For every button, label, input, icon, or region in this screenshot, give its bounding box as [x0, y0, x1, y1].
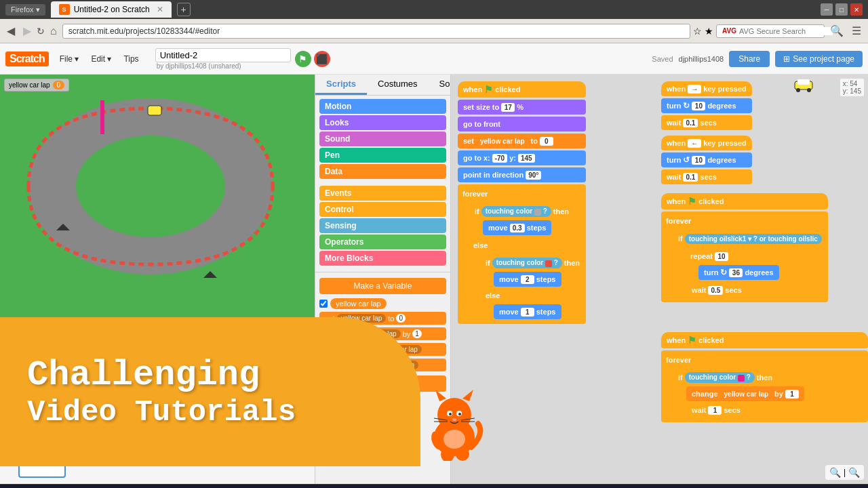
- scripts-canvas[interactable]: when ⚑ clicked set size to 17 % go to fr…: [451, 75, 868, 484]
- minimize-button[interactable]: ─: [821, 3, 833, 16]
- address-bar[interactable]: [62, 24, 690, 39]
- move-03-val[interactable]: 0.3: [510, 224, 525, 232]
- tab-close-icon[interactable]: ✕: [157, 5, 163, 14]
- category-pen[interactable]: Pen: [319, 148, 446, 163]
- set-var-block[interactable]: set yellow car lap to 0: [319, 312, 446, 325]
- key-right[interactable]: →: [688, 85, 701, 94]
- when-clicked-hat-3[interactable]: when ⚑ clicked: [661, 332, 868, 348]
- touching-color-1[interactable]: touching color ?: [481, 206, 551, 216]
- touching-pink[interactable]: touching color ?: [685, 372, 755, 382]
- search-input[interactable]: [739, 27, 833, 35]
- when-clicked-hat-1[interactable]: when ⚑ clicked: [458, 81, 586, 98]
- go-to-xy-block[interactable]: go to x: -70 y: 145: [458, 150, 586, 165]
- key-press-right-hat[interactable]: when → key pressed: [661, 81, 752, 96]
- key-press-left-hat[interactable]: when ← key pressed: [661, 136, 752, 150]
- category-control[interactable]: Control: [319, 202, 446, 217]
- wait-01-val-1[interactable]: 0.1: [683, 119, 698, 127]
- menu-button[interactable]: ☰: [849, 23, 864, 39]
- x-val[interactable]: -70: [492, 154, 507, 163]
- wait-05-block[interactable]: wait 0.5 secs: [686, 283, 747, 298]
- sprite-thumbnail[interactable]: [18, 424, 66, 478]
- var-checkbox[interactable]: [319, 300, 328, 308]
- stop-button[interactable]: ⬛: [314, 51, 330, 67]
- project-title-input[interactable]: [155, 48, 291, 62]
- wait-05-val[interactable]: 0.5: [708, 286, 723, 295]
- repeat-block[interactable]: repeat 10 turn ↻ 36: [686, 247, 825, 283]
- turn-right-deg[interactable]: 10: [692, 102, 705, 110]
- touching-color-red[interactable]: touching color ?: [492, 258, 562, 268]
- forever-block-1[interactable]: forever if touching color ? then: [458, 184, 586, 324]
- turn-left-block[interactable]: turn ↺ 10 degrees: [661, 152, 752, 167]
- hide-var-block[interactable]: hide variable yellow car lap: [319, 359, 446, 371]
- wait-1-val[interactable]: 1: [708, 406, 722, 415]
- lap-val[interactable]: 0: [540, 137, 553, 146]
- turn-36-deg[interactable]: 36: [729, 268, 743, 277]
- move-2-val[interactable]: 2: [521, 275, 534, 284]
- zoom-in-button[interactable]: 🔍: [848, 467, 860, 478]
- edit-menu[interactable]: Edit ▾: [85, 52, 117, 66]
- category-more-blocks[interactable]: More Blocks: [319, 251, 446, 266]
- change-var-block[interactable]: change yellow car lap by 1: [319, 327, 446, 340]
- turn-36-block[interactable]: turn ↻ 36 degrees: [698, 265, 779, 280]
- set-size-block[interactable]: set size to 17 %: [458, 100, 586, 115]
- when-clicked-hat-2[interactable]: when ⚑ clicked: [661, 193, 828, 209]
- lap-change-val[interactable]: 1: [785, 390, 799, 399]
- if-block-1[interactable]: if touching color ? then move 0.3: [471, 203, 584, 238]
- browser-tab[interactable]: S Untitled-2 on Scratch ✕: [51, 1, 172, 18]
- variable-pill[interactable]: yellow car lap: [330, 298, 387, 309]
- green-flag-button[interactable]: ⚑: [295, 51, 311, 67]
- y-val[interactable]: 145: [518, 154, 535, 163]
- if-block-4[interactable]: if touching color ? then change yellow c…: [674, 369, 866, 420]
- category-data[interactable]: Data: [319, 164, 446, 179]
- move-2-block[interactable]: move 2 steps: [494, 272, 561, 287]
- set-lap-block[interactable]: set yellow car lap to 0: [458, 134, 586, 148]
- move-1-val[interactable]: 1: [521, 308, 534, 317]
- close-button[interactable]: ✕: [850, 3, 863, 16]
- category-events[interactable]: Events: [319, 186, 446, 201]
- bookmark-icon[interactable]: ★: [705, 26, 713, 37]
- touching-oilslick[interactable]: touching oilslick1 ▾ ? or touching oilsl…: [685, 234, 822, 244]
- forward-button[interactable]: ▶: [20, 23, 34, 39]
- search-box[interactable]: AVG: [716, 24, 825, 38]
- tab-scripts[interactable]: Scripts: [315, 75, 367, 95]
- search-button[interactable]: 🔍: [827, 23, 846, 39]
- maximize-button[interactable]: □: [835, 3, 848, 16]
- category-operators[interactable]: Operators: [319, 235, 446, 249]
- zoom-out-button[interactable]: 🔍: [829, 467, 841, 478]
- move-1-block[interactable]: move 1 steps: [494, 304, 561, 319]
- bookmark-star-icon[interactable]: ☆: [693, 26, 702, 37]
- repeat-val[interactable]: 10: [715, 252, 728, 261]
- move-03-block[interactable]: move 0.3 steps: [483, 220, 551, 235]
- firefox-menu-button[interactable]: Firefox ▾: [5, 4, 45, 16]
- go-to-front-block[interactable]: go to front: [458, 117, 586, 131]
- forever-block-2[interactable]: forever if touching oilslick1 ▾ ? or tou…: [661, 211, 828, 302]
- tips-menu[interactable]: Tips: [118, 52, 144, 66]
- reload-button[interactable]: ↻: [37, 26, 45, 37]
- show-var-block[interactable]: show variable yellow car lap: [319, 343, 446, 356]
- wait-01-block-2[interactable]: wait 0.1 secs: [661, 169, 752, 184]
- point-direction-block[interactable]: point in direction 90°: [458, 167, 586, 182]
- stage-canvas[interactable]: yellow car lap 0: [0, 75, 315, 416]
- home-button[interactable]: ⌂: [47, 24, 60, 39]
- file-menu[interactable]: File ▾: [54, 52, 85, 66]
- category-sound[interactable]: Sound: [319, 131, 446, 146]
- back-button[interactable]: ◀: [4, 23, 18, 39]
- category-motion[interactable]: Motion: [319, 99, 446, 114]
- category-looks[interactable]: Looks: [319, 115, 446, 130]
- key-left[interactable]: ←: [688, 139, 701, 148]
- see-project-button[interactable]: ⊞ See project page: [775, 51, 863, 67]
- wait-1-block[interactable]: wait 1 secs: [686, 403, 746, 418]
- share-button[interactable]: Share: [729, 51, 770, 67]
- turn-right-block[interactable]: turn ↻ 10 degrees: [661, 98, 752, 113]
- size-value[interactable]: 17: [501, 103, 515, 112]
- make-list-button[interactable]: Make a List: [319, 375, 446, 392]
- wait-01-block-1[interactable]: wait 0.1 secs: [661, 115, 752, 130]
- change-lap-block[interactable]: change yellow car lap by 1: [686, 386, 804, 401]
- turn-left-deg[interactable]: 10: [692, 156, 705, 165]
- tab-costumes[interactable]: Costumes: [367, 75, 429, 95]
- tab-sounds[interactable]: Sounds: [429, 75, 451, 95]
- category-sensing[interactable]: Sensing: [319, 218, 446, 233]
- if-block-2[interactable]: if touching color ? then move 2: [481, 254, 584, 322]
- direction-val[interactable]: 90°: [526, 171, 541, 180]
- new-tab-button[interactable]: +: [177, 3, 191, 16]
